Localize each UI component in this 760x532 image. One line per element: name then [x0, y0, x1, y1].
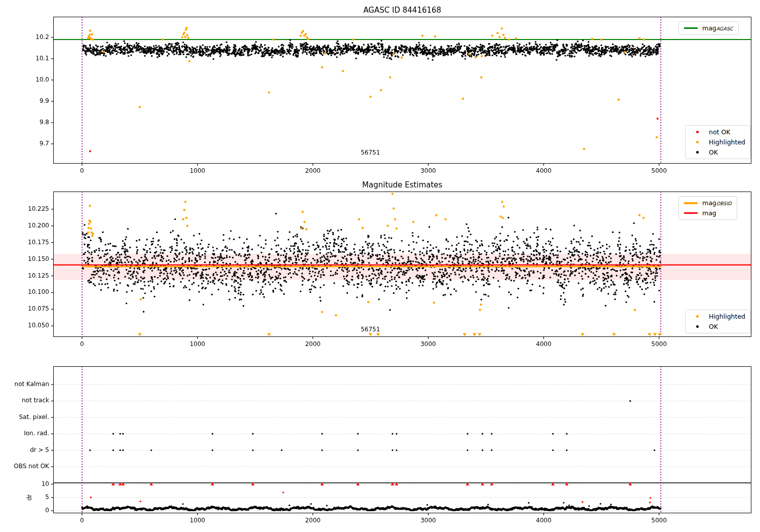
top-x-tick-label: 0: [80, 167, 84, 174]
bottom-category-label: not track: [9, 397, 49, 404]
legend-label-ok: OK: [709, 148, 718, 156]
legend-row-mag: mag: [684, 209, 732, 217]
middle-x-tick-label: 1000: [189, 340, 205, 348]
middle-plot-title: Magnitude Estimates: [362, 180, 442, 189]
bottom-x-tick-label: 2000: [305, 517, 321, 524]
top-x-tick-label: 5000: [652, 167, 667, 174]
bottom-category-label: Sat. pixel.: [9, 413, 49, 421]
middle-y-tick-label: 10.225: [9, 205, 49, 212]
top-x-tick-label: 2000: [305, 167, 321, 174]
top-x-tick-label: 1000: [189, 167, 205, 174]
middle-x-tick-label: 4000: [536, 340, 552, 348]
black-dot-swatch-icon: [691, 151, 704, 154]
legend-label-mag-agasc: magAGASC: [702, 24, 733, 32]
top-y-tick-label: 10.0: [9, 76, 49, 83]
top-y-tick-label: 9.8: [9, 119, 49, 126]
legend-mag-agasc: magAGASC: [678, 21, 739, 35]
dr-tick-label: 10: [9, 480, 49, 487]
legend-label-highlighted-mid: Highlighted: [709, 313, 745, 320]
dr-tick-label: 5: [9, 493, 49, 501]
figure: AGASC ID 84416168 Magnitude Estimates 56…: [0, 0, 760, 532]
top-plot-title: AGASC ID 84416168: [363, 6, 441, 15]
top-plot-annotation: 56751: [361, 149, 380, 156]
middle-y-tick-label: 10.125: [9, 272, 49, 279]
legend-row-highlighted-mid: Highlighted: [691, 313, 745, 320]
legend-row-not-ok: not OK: [691, 128, 745, 136]
legend-label-ok-mid: OK: [709, 323, 718, 330]
legend-label-highlighted: Highlighted: [709, 138, 745, 146]
legend-label-not-ok: not OK: [709, 128, 730, 136]
middle-y-tick-label: 10.200: [9, 222, 49, 229]
bottom-category-label: dr > 5: [9, 446, 49, 453]
legend-label-mag-obsid: magOBSID: [702, 199, 732, 207]
middle-x-tick-label: 2000: [305, 340, 321, 348]
legend-mag-lines: magOBSID mag: [678, 196, 737, 220]
middle-x-tick-label: 5000: [652, 340, 667, 348]
top-y-tick-label: 9.7: [9, 140, 49, 147]
legend-row-mag-obsid: magOBSID: [684, 199, 732, 207]
black-dot-swatch-icon: [691, 325, 704, 328]
legend-row-highlighted: Highlighted: [691, 138, 745, 146]
middle-x-tick-label: 0: [80, 340, 84, 348]
bottom-category-label: OBS not OK: [9, 463, 49, 470]
middle-y-tick-label: 10.175: [9, 239, 49, 246]
legend-row-ok-mid: OK: [691, 323, 745, 330]
middle-y-tick-label: 10.050: [9, 322, 49, 329]
bottom-x-tick-label: 0: [80, 517, 84, 524]
bottom-x-tick-label: 5000: [652, 517, 667, 524]
bottom-x-tick-label: 3000: [421, 517, 436, 524]
bottom-category-label: not Kalman: [9, 381, 49, 388]
top-y-tick-label: 10.2: [9, 33, 49, 41]
top-x-tick-label: 3000: [421, 167, 436, 174]
orange-dot-swatch-icon: [691, 315, 704, 318]
legend-row-mag-agasc: magAGASC: [684, 24, 733, 32]
green-line-swatch-icon: [684, 27, 698, 29]
dr-tick-label: 0: [9, 507, 49, 514]
orange-line-swatch-icon: [684, 202, 698, 204]
middle-y-tick-label: 10.100: [9, 288, 49, 295]
legend-row-ok: OK: [691, 148, 745, 156]
orange-dot-swatch-icon: [691, 141, 704, 143]
legend-label-mag: mag: [702, 209, 716, 217]
bottom-x-tick-label: 4000: [536, 517, 552, 524]
red-line-swatch-icon: [684, 212, 698, 214]
bottom-x-tick-label: 1000: [189, 517, 205, 524]
bottom-category-label: Ion. rad.: [9, 430, 49, 437]
legend-middle-points: Highlighted OK: [685, 310, 751, 333]
red-dot-swatch-icon: [691, 131, 704, 133]
top-y-tick-label: 10.1: [9, 55, 49, 62]
middle-x-tick-label: 3000: [421, 340, 436, 348]
middle-y-tick-label: 10.150: [9, 255, 49, 262]
top-y-tick-label: 9.9: [9, 97, 49, 104]
middle-plot-annotation: 56751: [361, 326, 380, 333]
legend-top-points: not OK Highlighted OK: [685, 125, 751, 159]
chart-canvas: [0, 0, 760, 532]
middle-y-tick-label: 10.075: [9, 305, 49, 312]
top-x-tick-label: 4000: [536, 167, 552, 174]
